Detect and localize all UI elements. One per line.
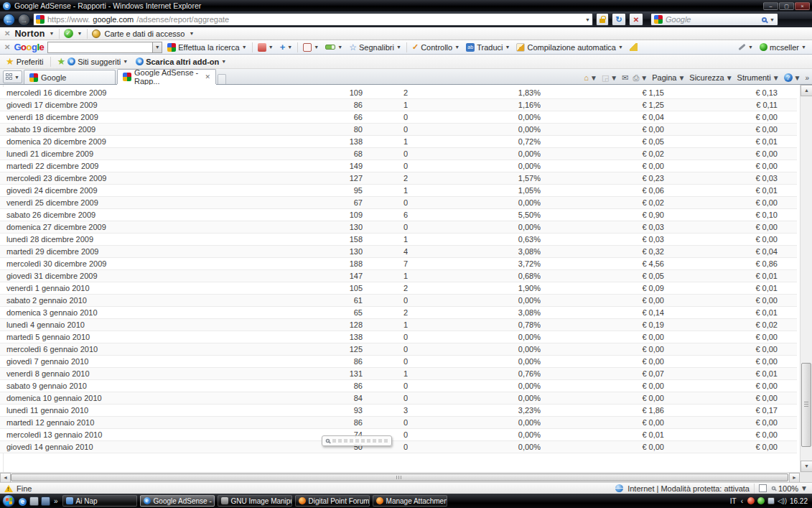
network-tray-icon[interactable] bbox=[767, 497, 775, 504]
share-dropdown-icon[interactable]: ▼ bbox=[269, 45, 274, 50]
overflow-chevron-icon[interactable]: » bbox=[805, 74, 809, 82]
tab-adsense-active[interactable]: Google AdSense - Rapp... ✕ bbox=[117, 69, 216, 84]
identity-safe-dropdown-icon[interactable]: ▼ bbox=[189, 31, 194, 36]
vertical-scroll-thumb[interactable] bbox=[801, 363, 811, 447]
quick-tabs-button[interactable]: ▼ bbox=[3, 70, 22, 83]
magnifier-icon[interactable] bbox=[762, 17, 767, 22]
scroll-right-icon[interactable]: ► bbox=[789, 473, 800, 483]
get-addons-button[interactable]: eScarica altri add-on▼ bbox=[134, 55, 228, 68]
autofill-dropdown-icon[interactable]: ▼ bbox=[618, 45, 623, 50]
taskbar-button-ainap[interactable]: Ai Nap bbox=[62, 495, 137, 507]
bookmarks-dropdown-icon[interactable]: ▼ bbox=[396, 45, 401, 50]
zoom-control[interactable]: 100% ▼ bbox=[771, 484, 808, 493]
norton-close-icon[interactable]: ✕ bbox=[4, 29, 10, 37]
language-indicator[interactable]: IT bbox=[730, 497, 737, 505]
browser-search-box[interactable]: Google ▼ bbox=[650, 13, 778, 26]
close-button[interactable]: × bbox=[795, 2, 810, 10]
zoom-dropdown-icon[interactable]: ▼ bbox=[801, 484, 808, 492]
back-button[interactable]: ← bbox=[3, 14, 15, 26]
search-button-dropdown-icon[interactable]: ▼ bbox=[242, 45, 247, 50]
taskbar-button-adsense[interactable]: eGoogle AdSense - R... bbox=[140, 495, 215, 507]
autofill-button[interactable]: Compilazione automatica▼ bbox=[515, 41, 625, 54]
maximize-button[interactable]: ▢ bbox=[779, 2, 794, 10]
toolbar-search-input[interactable]: ▼ bbox=[47, 42, 162, 53]
gbar-close-icon[interactable]: ✕ bbox=[4, 43, 10, 51]
share-button[interactable]: ▼ bbox=[256, 41, 275, 54]
tools-menu[interactable]: Strumenti▼ bbox=[737, 73, 780, 82]
identity-safe-label[interactable]: Carte e dati di accesso bbox=[105, 29, 185, 38]
search-dropdown-icon[interactable]: ▼ bbox=[770, 17, 775, 22]
new-tab-stub[interactable] bbox=[218, 74, 226, 84]
tray-chevron-icon[interactable]: ‹ bbox=[741, 497, 743, 505]
pagerank-dropdown-icon[interactable]: ▼ bbox=[337, 45, 342, 50]
print-button[interactable]: ⎙▼ bbox=[633, 73, 648, 82]
norton-dropdown-icon[interactable]: ▼ bbox=[50, 31, 55, 36]
account-dropdown-icon[interactable]: ▼ bbox=[801, 45, 806, 50]
translate-button[interactable]: abTraduci▼ bbox=[465, 41, 511, 54]
address-dropdown-icon[interactable]: ▼ bbox=[585, 17, 590, 22]
feeds-button[interactable]: ◲▼ bbox=[602, 73, 617, 82]
add-dropdown-icon[interactable]: ▼ bbox=[287, 45, 292, 50]
sidewiki-dropdown-icon[interactable]: ▼ bbox=[314, 45, 319, 50]
help-button[interactable]: ?▼ bbox=[784, 73, 801, 82]
tab-google[interactable]: Google bbox=[24, 70, 116, 84]
quick-launch-ie-icon[interactable]: e bbox=[18, 497, 27, 506]
page-fit-icon[interactable] bbox=[759, 484, 767, 492]
taskbar-button-digitalpoint[interactable]: Digital Point Forum... bbox=[295, 495, 370, 507]
quick-tabs-dropdown-icon[interactable]: ▼ bbox=[14, 75, 19, 80]
norton-tray-icon[interactable] bbox=[747, 497, 755, 504]
security-menu[interactable]: Sicurezza▼ bbox=[689, 73, 732, 82]
stop-button[interactable]: ✕ bbox=[629, 13, 643, 26]
favorites-button[interactable]: ★Preferiti bbox=[4, 55, 45, 68]
spellcheck-dropdown-icon[interactable]: ▼ bbox=[454, 45, 459, 50]
clock[interactable]: 16.22 bbox=[790, 497, 808, 505]
bookmarks-button[interactable]: ☆Segnalibri▼ bbox=[347, 41, 403, 54]
page-menu[interactable]: Pagina▼ bbox=[652, 73, 685, 82]
pagerank-button[interactable]: ▼ bbox=[324, 41, 344, 54]
search-button[interactable]: Effettua la ricerca ▼ bbox=[166, 41, 248, 54]
toolbar-settings-button[interactable]: ▼ bbox=[737, 41, 755, 54]
highlighter-button[interactable] bbox=[628, 41, 639, 54]
identity-safe-icon[interactable] bbox=[92, 29, 101, 38]
suggested-dropdown-icon[interactable]: ▼ bbox=[123, 59, 128, 64]
show-desktop-icon[interactable] bbox=[29, 497, 39, 506]
read-mail-button[interactable]: ✉ bbox=[622, 73, 628, 82]
volume-tray-icon[interactable]: ◁)) bbox=[778, 497, 787, 504]
scroll-left-icon[interactable]: ◄ bbox=[0, 473, 11, 483]
help-dropdown-icon[interactable]: ▼ bbox=[794, 74, 801, 82]
spellcheck-button[interactable]: ✓Controllo▼ bbox=[411, 41, 461, 54]
horizontal-scroll-thumb[interactable] bbox=[11, 474, 788, 481]
add-gadget-button[interactable]: +▼ bbox=[279, 41, 294, 54]
start-button[interactable] bbox=[2, 494, 15, 507]
refresh-button[interactable]: ↻ bbox=[612, 13, 626, 26]
settings-dropdown-icon[interactable]: ▼ bbox=[748, 45, 753, 50]
norton-menu[interactable]: Norton bbox=[14, 29, 45, 39]
taskbar-button-gimp[interactable]: GNU Image Manipu... bbox=[218, 495, 292, 507]
home-button[interactable]: ⌂▼ bbox=[584, 73, 597, 82]
sidewiki-button[interactable]: ▼ bbox=[302, 41, 320, 54]
system-tray: IT ‹ ◁)) 16.22 bbox=[730, 497, 810, 505]
quick-launch-chevron-icon[interactable]: » bbox=[54, 497, 58, 505]
forward-button[interactable]: → bbox=[18, 14, 30, 26]
scroll-down-icon[interactable]: ▼ bbox=[801, 461, 812, 472]
vertical-scrollbar[interactable]: ▲ ▼ bbox=[800, 85, 812, 472]
print-dropdown-icon[interactable]: ▼ bbox=[640, 74, 648, 82]
toolbar-search-dropdown-icon[interactable]: ▼ bbox=[152, 42, 162, 52]
feeds-dropdown-icon[interactable]: ▼ bbox=[610, 74, 617, 82]
suggested-sites-button[interactable]: ★eSiti suggeriti▼ bbox=[56, 55, 130, 68]
addons-dropdown-icon[interactable]: ▼ bbox=[221, 59, 226, 64]
norton-safeweb-icon[interactable]: ✓ bbox=[64, 29, 73, 38]
scroll-up-icon[interactable]: ▲ bbox=[801, 85, 812, 96]
horizontal-scrollbar[interactable]: ◄ ► bbox=[0, 472, 800, 482]
window-switcher-icon[interactable] bbox=[41, 497, 50, 506]
tab-close-icon[interactable]: ✕ bbox=[205, 73, 210, 80]
taskbar-button-attachments[interactable]: Manage Attachmen... bbox=[373, 495, 447, 507]
status-tray-icon[interactable] bbox=[757, 497, 765, 504]
safeweb-dropdown-icon[interactable]: ▼ bbox=[78, 31, 83, 36]
minimize-button[interactable]: – bbox=[763, 2, 778, 10]
address-bar[interactable]: https://www.google.com/adsense/report/ag… bbox=[33, 13, 593, 26]
home-dropdown-icon[interactable]: ▼ bbox=[590, 74, 597, 82]
account-button[interactable]: mcseller▼ bbox=[758, 41, 808, 54]
security-lock-button[interactable] bbox=[596, 13, 609, 26]
translate-dropdown-icon[interactable]: ▼ bbox=[505, 45, 510, 50]
